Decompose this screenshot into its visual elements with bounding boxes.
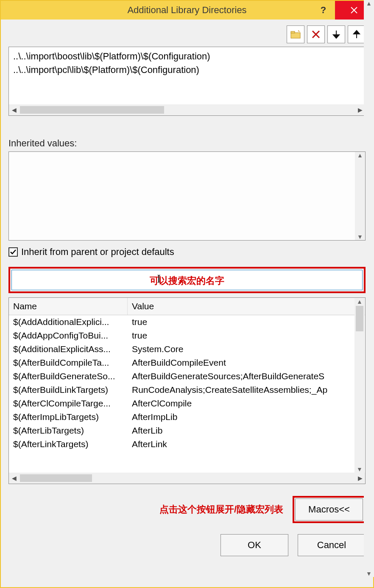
table-row[interactable]: $(AfterBuildGenerateSo...AfterBuildGener… [9,370,365,383]
move-down-button[interactable] [327,25,345,43]
delete-x-icon [311,30,321,39]
macro-name: $(AddAppConfigToBui... [13,330,128,341]
delete-button[interactable] [307,25,325,43]
arrow-up-icon [352,30,361,39]
column-header-value[interactable]: Value [128,298,365,315]
toolbar [8,25,366,43]
macro-name: $(AfterLibTargets) [13,426,128,436]
close-icon [350,6,358,14]
inherited-label: Inherited values: [8,138,366,149]
macro-name: $(AfterBuildCompileTa... [13,358,128,368]
new-folder-button[interactable] [287,25,304,43]
help-button[interactable]: ? [312,1,335,20]
vertical-scrollbar[interactable]: ▲▼ [355,152,365,240]
macro-value: AfterBuildGenerateSources;AfterBuildGene… [128,371,361,381]
table-row[interactable]: $(AfterLibTargets)AfterLib [9,424,365,437]
inherited-values-box: ▲▼ [8,151,366,241]
macros-button-row: 点击这个按钮展开/隐藏宏列表 Macros<< [8,496,366,523]
directories-text[interactable]: ..\..\import\boost\lib\$(Platform)\$(Con… [9,47,365,104]
table-row[interactable]: $(AfterClCompileTarge...AfterClCompile [9,397,365,410]
inherit-checkbox-row: Inherit from parent or project defaults [8,246,366,258]
macro-name: $(AddAdditionalExplici... [13,317,128,327]
table-row[interactable]: $(AfterBuildLinkTargets)RunCodeAnalysis;… [9,383,365,397]
horizontal-scrollbar[interactable]: ◀▶ [9,104,365,115]
vertical-scrollbar[interactable]: ▲▼ [354,298,365,473]
macro-value: AfterImpLib [128,412,361,422]
ok-button[interactable]: OK [220,534,288,556]
macro-name: $(AfterBuildGenerateSo... [13,371,128,381]
macro-value: AfterBuildCompileEvent [128,358,361,368]
table-row[interactable]: $(AfterLinkTargets)AfterLink [9,437,365,451]
column-header-name[interactable]: Name [9,298,128,315]
text-cursor-icon: I [157,272,161,286]
titlebar: Additional Library Directories ? [1,1,373,20]
table-header: Name Value [9,298,365,315]
table-row[interactable]: $(AfterBuildCompileTa...AfterBuildCompil… [9,356,365,370]
client-area: ..\..\import\boost\lib\$(Platform)\$(Con… [1,20,373,587]
dialog-footer: OK Cancel [8,534,366,556]
macro-name: $(AdditionalExplicitAss... [13,344,128,354]
macro-value: System.Core [128,344,361,354]
macro-value: RunCodeAnalysis;CreateSatelliteAssemblie… [128,385,361,395]
macros-annotation: 点击这个按钮展开/隐藏宏列表 [159,503,283,516]
macro-name: $(AfterBuildLinkTargets) [13,385,128,395]
macro-search-highlight: I 可以搜索宏的名字 [8,267,366,293]
directories-panel: ..\..\import\boost\lib\$(Platform)\$(Con… [8,47,366,116]
move-up-button[interactable] [348,25,366,43]
macro-name: $(AfterImpLibTargets) [13,412,128,422]
macro-name: $(AfterClCompileTarge... [13,398,128,409]
macros-table: Name Value $(AddAdditionalExplici...true… [8,297,366,484]
table-row[interactable]: $(AdditionalExplicitAss...System.Core [9,342,365,356]
check-icon [10,249,17,255]
cancel-button[interactable]: Cancel [298,534,366,556]
macro-value: AfterLink [128,439,361,449]
folder-icon [290,30,301,39]
table-body[interactable]: $(AddAdditionalExplici...true$(AddAppCon… [9,315,365,473]
macro-value: AfterLib [128,426,361,436]
svg-rect-0 [291,33,300,38]
horizontal-scrollbar[interactable]: ◀▶ [9,473,365,484]
macros-button-highlight: Macros<< [293,496,366,523]
arrow-down-icon [332,30,341,39]
macro-value: true [128,330,361,341]
macro-value: true [128,317,361,327]
inherit-checkbox-label: Inherit from parent or project defaults [21,246,174,258]
macro-search-input[interactable] [11,270,363,290]
inherit-checkbox[interactable] [8,247,18,257]
macro-name: $(AfterLinkTargets) [13,439,128,449]
macros-button[interactable]: Macros<< [295,498,363,521]
dialog-window: Additional Library Directories ? ..\..\ [0,0,374,588]
table-row[interactable]: $(AfterImpLibTargets)AfterImpLib [9,410,365,424]
macro-value: AfterClCompile [128,398,361,409]
svg-rect-1 [291,31,295,33]
table-row[interactable]: $(AddAppConfigToBui...true [9,329,365,342]
window-title: Additional Library Directories [127,5,246,16]
table-row[interactable]: $(AddAdditionalExplici...true [9,315,365,329]
